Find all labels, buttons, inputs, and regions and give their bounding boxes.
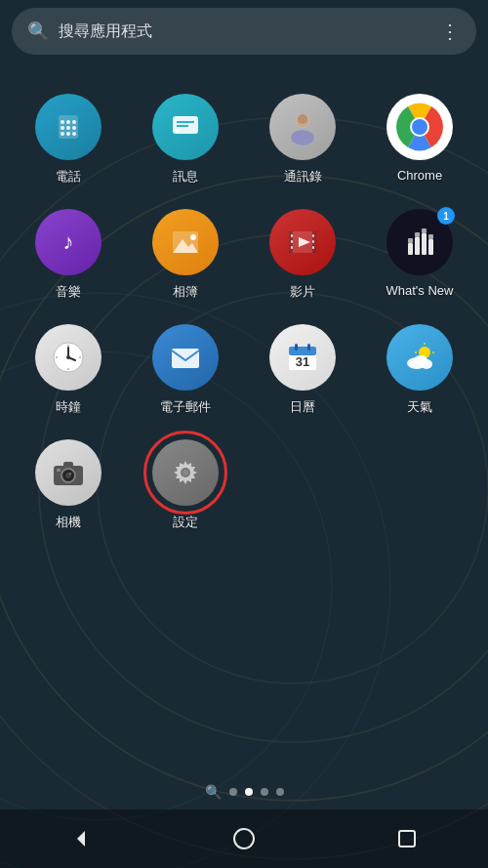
message-icon bbox=[167, 108, 204, 145]
search-placeholder: 搜尋應用程式 bbox=[59, 21, 440, 42]
app-chrome[interactable]: Chrome bbox=[361, 82, 478, 197]
phone-icon bbox=[50, 108, 87, 145]
svg-point-24 bbox=[291, 130, 314, 145]
svg-rect-63 bbox=[307, 344, 310, 351]
recent-button[interactable] bbox=[387, 819, 427, 858]
home-button[interactable] bbox=[224, 819, 264, 858]
clock-icon bbox=[50, 339, 87, 376]
app-camera[interactable]: 相機 bbox=[10, 428, 127, 543]
app-weather[interactable]: 天氣 bbox=[361, 312, 478, 428]
svg-rect-38 bbox=[312, 234, 314, 237]
home-icon bbox=[232, 827, 256, 850]
svg-rect-46 bbox=[408, 238, 413, 243]
app-weather-label: 天氣 bbox=[407, 398, 432, 416]
app-music-label: 音樂 bbox=[56, 283, 81, 301]
back-icon bbox=[69, 827, 93, 850]
svg-rect-84 bbox=[399, 831, 415, 847]
svg-point-15 bbox=[72, 132, 76, 136]
camera-icon bbox=[50, 454, 87, 491]
pagination: 🔍 bbox=[0, 784, 488, 800]
app-camera-label: 相機 bbox=[56, 514, 81, 531]
weather-icon bbox=[401, 339, 438, 376]
music-icon: ♪ bbox=[50, 224, 87, 261]
svg-rect-35 bbox=[291, 234, 293, 237]
page-search-icon[interactable]: 🔍 bbox=[205, 784, 222, 800]
svg-rect-42 bbox=[408, 243, 413, 255]
svg-point-11 bbox=[66, 126, 70, 130]
svg-rect-39 bbox=[312, 240, 314, 243]
svg-point-31 bbox=[190, 234, 196, 240]
svg-point-27 bbox=[412, 119, 427, 135]
svg-point-83 bbox=[234, 829, 254, 848]
page-dot-1[interactable] bbox=[245, 788, 253, 796]
app-message[interactable]: 訊息 bbox=[127, 82, 244, 197]
more-options-icon[interactable]: ⋮ bbox=[440, 20, 461, 43]
app-settings[interactable]: 設定 bbox=[127, 428, 244, 543]
svg-point-13 bbox=[61, 132, 64, 136]
app-message-label: 訊息 bbox=[173, 168, 198, 186]
app-email[interactable]: 電子郵件 bbox=[127, 312, 244, 428]
svg-point-77 bbox=[69, 473, 71, 475]
app-gallery-label: 相簿 bbox=[173, 283, 198, 301]
app-gallery[interactable]: 相簿 bbox=[127, 197, 244, 312]
settings-icon bbox=[167, 454, 204, 491]
app-video-label: 影片 bbox=[290, 283, 315, 301]
page-dot-3[interactable] bbox=[276, 788, 284, 796]
app-calendar-label: 日曆 bbox=[290, 398, 315, 416]
app-email-label: 電子郵件 bbox=[160, 398, 211, 416]
app-video[interactable]: 影片 bbox=[244, 197, 361, 312]
svg-rect-73 bbox=[63, 462, 73, 468]
svg-point-14 bbox=[66, 132, 70, 136]
svg-rect-62 bbox=[295, 344, 298, 351]
svg-rect-37 bbox=[291, 246, 293, 249]
app-grid: 電話 訊息 通訊錄 bbox=[0, 62, 488, 562]
svg-rect-45 bbox=[428, 239, 433, 255]
app-music[interactable]: ♪ 音樂 bbox=[10, 197, 127, 312]
back-button[interactable] bbox=[61, 819, 101, 858]
app-chrome-label: Chrome bbox=[397, 168, 442, 183]
calendar-icon: 31 bbox=[284, 339, 321, 376]
svg-point-53 bbox=[66, 355, 70, 359]
email-icon bbox=[167, 339, 204, 376]
svg-rect-78 bbox=[57, 469, 61, 472]
app-clock[interactable]: 時鐘 bbox=[10, 312, 127, 428]
svg-rect-58 bbox=[172, 349, 199, 368]
svg-text:♪: ♪ bbox=[63, 229, 74, 254]
app-clock-label: 時鐘 bbox=[56, 398, 81, 416]
svg-rect-44 bbox=[422, 233, 427, 255]
app-whatsnew[interactable]: 1 What's New bbox=[361, 197, 478, 312]
app-phone[interactable]: 電話 bbox=[10, 82, 127, 197]
app-whatsnew-label: What's New bbox=[386, 283, 454, 298]
svg-point-81 bbox=[183, 470, 188, 475]
page-dot-0[interactable] bbox=[229, 788, 237, 796]
recent-icon bbox=[395, 827, 419, 850]
svg-marker-82 bbox=[77, 831, 85, 847]
svg-rect-47 bbox=[415, 232, 420, 237]
app-contacts[interactable]: 通訊錄 bbox=[244, 82, 361, 197]
svg-rect-49 bbox=[428, 234, 433, 239]
page-dot-2[interactable] bbox=[261, 788, 268, 796]
app-contacts-label: 通訊錄 bbox=[284, 168, 322, 186]
svg-rect-48 bbox=[422, 228, 427, 233]
contacts-icon bbox=[284, 108, 321, 145]
svg-point-9 bbox=[72, 120, 76, 124]
app-phone-label: 電話 bbox=[56, 168, 81, 186]
gallery-icon bbox=[167, 224, 204, 261]
video-icon bbox=[284, 224, 321, 261]
svg-rect-43 bbox=[415, 237, 420, 255]
svg-text:31: 31 bbox=[296, 354, 309, 369]
notification-badge: 1 bbox=[437, 207, 455, 225]
whatsnew-icon bbox=[401, 224, 438, 261]
search-icon: 🔍 bbox=[27, 21, 49, 42]
svg-point-71 bbox=[421, 359, 432, 369]
svg-point-8 bbox=[66, 120, 70, 124]
svg-point-23 bbox=[298, 114, 307, 124]
search-bar[interactable]: 🔍 搜尋應用程式 ⋮ bbox=[12, 8, 476, 55]
svg-rect-40 bbox=[312, 246, 314, 249]
app-calendar[interactable]: 31 日曆 bbox=[244, 312, 361, 428]
chrome-icon bbox=[386, 94, 453, 160]
svg-rect-36 bbox=[291, 240, 293, 243]
app-settings-label: 設定 bbox=[173, 514, 198, 531]
svg-point-12 bbox=[72, 126, 76, 130]
nav-bar bbox=[0, 809, 488, 868]
